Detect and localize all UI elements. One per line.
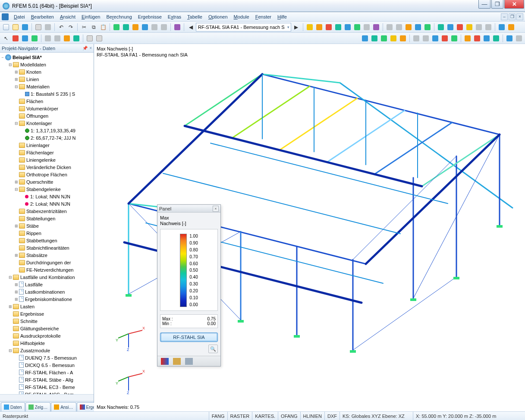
tool-f[interactable]: [160, 23, 168, 31]
tree-item[interactable]: RF-STAHL Flächen - A: [0, 369, 94, 376]
menu-extras[interactable]: Extras: [165, 13, 184, 20]
view-20[interactable]: [497, 23, 506, 31]
tree-item[interactable]: ⊟Zusatzmodule: [0, 347, 94, 354]
copy-button[interactable]: ⧉: [89, 23, 98, 31]
tree-item[interactable]: 1: Baustahl S 235 | S: [0, 90, 94, 97]
tree-item[interactable]: Öffnungen: [0, 112, 94, 119]
t2r-12[interactable]: [473, 34, 481, 43]
tree-item[interactable]: Liniengelenke: [0, 156, 94, 163]
redo-button[interactable]: ↷: [66, 23, 75, 31]
t2-c[interactable]: [63, 34, 71, 43]
tree-item[interactable]: ⊟Knotenlager: [0, 119, 94, 127]
tree-item[interactable]: Stabnichtlinearitäten: [0, 244, 94, 251]
tree-hscroll[interactable]: [0, 394, 94, 401]
view-14[interactable]: [437, 23, 445, 31]
tree-item[interactable]: Linienlager: [0, 141, 94, 149]
tree-item[interactable]: Durchdringungen der: [0, 259, 94, 266]
mdi-app-icon[interactable]: [2, 13, 9, 20]
tree-item[interactable]: ⊞Linien: [0, 75, 94, 83]
tree-item[interactable]: 2: Lokal; NNN NJN: [0, 200, 94, 207]
menu-optionen[interactable]: Optionen: [206, 13, 230, 20]
menu-bearbeiten[interactable]: Bearbeiten: [28, 13, 57, 20]
undo-button[interactable]: ↶: [57, 23, 66, 31]
tree-item[interactable]: Flächen: [0, 97, 94, 105]
tree-item[interactable]: 1: Lokal; NNN NJN: [0, 193, 94, 200]
module-prev[interactable]: ◀: [186, 23, 195, 31]
tree-item[interactable]: Rippen: [0, 229, 94, 237]
print-preview-button[interactable]: [44, 23, 52, 31]
node-tool[interactable]: [11, 34, 20, 43]
view-3[interactable]: [324, 23, 333, 31]
panel-tab-3[interactable]: [185, 358, 193, 365]
menu-module[interactable]: Module: [231, 13, 252, 20]
view-15[interactable]: [446, 23, 455, 31]
view-13[interactable]: [423, 23, 432, 31]
zoom-icon[interactable]: 🔍: [208, 345, 218, 353]
minimize-button[interactable]: —: [478, 0, 490, 9]
menu-hilfe[interactable]: Hilfe: [275, 13, 289, 20]
view-4[interactable]: [334, 23, 343, 31]
arc-tool[interactable]: [30, 34, 39, 43]
tree-item[interactable]: ⊞Lastfälle: [0, 281, 94, 288]
t2-e[interactable]: [85, 34, 94, 43]
maximize-button[interactable]: ❐: [491, 0, 503, 9]
t2-b[interactable]: [53, 34, 62, 43]
tree-item[interactable]: RF-STAHL AISC - Bem: [0, 391, 94, 394]
pin-icon[interactable]: 📌: [82, 46, 88, 50]
tree-item[interactable]: 1: 1,3,17,19,33,35,49: [0, 127, 94, 134]
tree-item[interactable]: Stabexzentrizitäten: [0, 207, 94, 215]
view-7[interactable]: [362, 23, 371, 31]
tree-item[interactable]: ⊟Lastfälle und Kombination: [0, 273, 94, 281]
view-9[interactable]: [385, 23, 394, 31]
view-1[interactable]: [305, 23, 314, 31]
tree-item[interactable]: RF-STAHL Stäbe - Allg: [0, 376, 94, 383]
mdi-restore-button[interactable]: ❐: [509, 13, 516, 20]
tree-item[interactable]: Schnitte: [0, 317, 94, 325]
tool-c[interactable]: [131, 23, 140, 31]
tree-item[interactable]: DUENQ 7.5 - Bemessun: [0, 354, 94, 361]
tree-item[interactable]: Hilfsobjekte: [0, 339, 94, 347]
tab-ansichten[interactable]: Ansi…: [51, 402, 76, 411]
view-6[interactable]: [353, 23, 362, 31]
t2r-15[interactable]: [505, 34, 514, 43]
menu-ergebnisse[interactable]: Ergebnisse: [135, 13, 164, 20]
tool-e[interactable]: [150, 23, 159, 31]
tree-item[interactable]: ⊞Stabsätze: [0, 251, 94, 259]
save-button[interactable]: [21, 23, 29, 31]
close-button[interactable]: ✕: [504, 0, 524, 9]
tree-item[interactable]: ⊟Stabendgelenke: [0, 185, 94, 193]
tool-b[interactable]: [122, 23, 130, 31]
tree-item[interactable]: Veränderliche Dicken: [0, 163, 94, 171]
tool-d[interactable]: [141, 23, 149, 31]
mdi-minimize-button[interactable]: –: [501, 13, 508, 20]
view-18[interactable]: [475, 23, 483, 31]
view-19[interactable]: [484, 23, 493, 31]
panel-header[interactable]: Panel ×: [157, 205, 220, 213]
t2r-6[interactable]: [412, 34, 421, 43]
panel-tab-2[interactable]: [173, 358, 181, 365]
print-button[interactable]: [34, 23, 43, 31]
tree-root[interactable]: −Beispiel SIA*: [0, 53, 94, 61]
line-tool[interactable]: [21, 34, 29, 43]
tree-item[interactable]: Stabbettungen: [0, 237, 94, 244]
paste-button[interactable]: 📋: [99, 23, 107, 31]
t2r-8[interactable]: [431, 34, 440, 43]
menu-einfuegen[interactable]: Einfügen: [79, 13, 103, 20]
t2r-11[interactable]: [463, 34, 472, 43]
view-11[interactable]: [404, 23, 413, 31]
module-next[interactable]: ▶: [292, 23, 301, 31]
view-8[interactable]: [372, 23, 380, 31]
t2r-16[interactable]: [515, 34, 523, 43]
view-16[interactable]: [456, 23, 464, 31]
status-fang[interactable]: FANG: [209, 412, 227, 420]
view-12[interactable]: [414, 23, 422, 31]
t2r-10[interactable]: [450, 34, 459, 43]
t2r-2[interactable]: [370, 34, 379, 43]
cut-button[interactable]: ✂: [80, 23, 88, 31]
t2r-1[interactable]: [361, 34, 369, 43]
model-tree[interactable]: −Beispiel SIA*⊟Modelldaten⊞Knoten⊞Linien…: [0, 53, 94, 394]
view-17[interactable]: [465, 23, 474, 31]
t2-a[interactable]: [44, 34, 52, 43]
tree-item[interactable]: ⊞Querschnitte: [0, 178, 94, 185]
status-hlinien[interactable]: HLINIEN: [300, 412, 324, 420]
